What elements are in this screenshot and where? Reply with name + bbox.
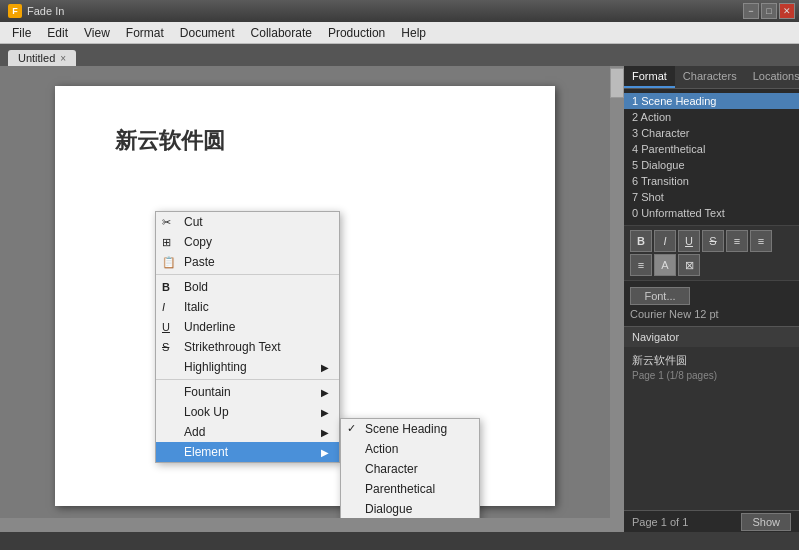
menu-production[interactable]: Production bbox=[320, 24, 393, 42]
menu-document[interactable]: Document bbox=[172, 24, 243, 42]
navigator-header: Navigator bbox=[624, 326, 799, 347]
italic-tool[interactable]: I bbox=[654, 230, 676, 252]
app-title: Fade In bbox=[27, 5, 64, 17]
page-content: 新云软件圆 bbox=[115, 126, 495, 156]
page-footer: Page 1 of 1 Show bbox=[624, 510, 799, 532]
element-parenthetical[interactable]: Parenthetical bbox=[341, 479, 479, 499]
document-tab[interactable]: Untitled × bbox=[8, 50, 76, 66]
format-shot[interactable]: 7 Shot bbox=[624, 189, 799, 205]
document-scroll[interactable]: 新云软件圆 ✂ Cut ⊞ Copy 📋 Paste bbox=[0, 66, 610, 518]
menu-bar: File Edit View Format Document Collabora… bbox=[0, 22, 799, 44]
lookup-arrow: ▶ bbox=[321, 407, 329, 418]
ctx-add[interactable]: Add ▶ bbox=[156, 422, 339, 442]
strikethrough-tool[interactable]: S bbox=[702, 230, 724, 252]
ctx-paste[interactable]: 📋 Paste bbox=[156, 252, 339, 272]
tab-characters[interactable]: Characters bbox=[675, 66, 745, 88]
vertical-scrollbar[interactable] bbox=[610, 66, 624, 518]
show-button[interactable]: Show bbox=[741, 513, 791, 531]
page-number: Page 1 of 1 bbox=[632, 516, 688, 528]
element-arrow: ▶ bbox=[321, 447, 329, 458]
tab-locations[interactable]: Locations bbox=[745, 66, 799, 88]
font-name: Courier New 12 pt bbox=[630, 308, 793, 320]
format-action[interactable]: 2 Action bbox=[624, 109, 799, 125]
navigator-scene: 新云软件圆 bbox=[632, 353, 791, 368]
ctx-highlighting[interactable]: Highlighting ▶ bbox=[156, 357, 339, 377]
bold-tool[interactable]: B bbox=[630, 230, 652, 252]
format-tabs: Format Characters Locations bbox=[624, 66, 799, 89]
maximize-button[interactable]: □ bbox=[761, 3, 777, 19]
italic-icon: I bbox=[162, 301, 165, 313]
navigator: Navigator 新云软件圆 Page 1 (1/8 pages) Page … bbox=[624, 326, 799, 532]
separator-2 bbox=[156, 379, 339, 380]
menu-edit[interactable]: Edit bbox=[39, 24, 76, 42]
window-controls: − □ ✕ bbox=[743, 3, 795, 19]
format-transition[interactable]: 6 Transition bbox=[624, 173, 799, 189]
add-arrow: ▶ bbox=[321, 427, 329, 438]
menu-view[interactable]: View bbox=[76, 24, 118, 42]
menu-format[interactable]: Format bbox=[118, 24, 172, 42]
ctx-italic[interactable]: I Italic bbox=[156, 297, 339, 317]
element-dialogue[interactable]: Dialogue bbox=[341, 499, 479, 518]
main-layout: 新云软件圆 ✂ Cut ⊞ Copy 📋 Paste bbox=[0, 66, 799, 532]
format-parenthetical[interactable]: 4 Parenthetical bbox=[624, 141, 799, 157]
fountain-arrow: ▶ bbox=[321, 387, 329, 398]
format-character[interactable]: 3 Character bbox=[624, 125, 799, 141]
align-right-tool[interactable]: ≡ bbox=[630, 254, 652, 276]
strikethrough-icon: S bbox=[162, 341, 169, 353]
separator-1 bbox=[156, 274, 339, 275]
tab-format[interactable]: Format bbox=[624, 66, 675, 88]
color-tool[interactable]: A bbox=[654, 254, 676, 276]
menu-file[interactable]: File bbox=[4, 24, 39, 42]
ctx-cut[interactable]: ✂ Cut bbox=[156, 212, 339, 232]
tab-bar: Untitled × bbox=[0, 44, 799, 66]
underline-icon: U bbox=[162, 321, 170, 333]
ctx-underline[interactable]: U Underline bbox=[156, 317, 339, 337]
align-center-tool[interactable]: ≡ bbox=[750, 230, 772, 252]
highlight-tool[interactable]: ⊠ bbox=[678, 254, 700, 276]
copy-icon: ⊞ bbox=[162, 236, 171, 249]
element-submenu: Scene Heading Action Character Parenthet… bbox=[340, 418, 480, 518]
context-menu: ✂ Cut ⊞ Copy 📋 Paste B Bold bbox=[155, 211, 340, 463]
ctx-lookup[interactable]: Look Up ▶ bbox=[156, 402, 339, 422]
right-panel: Format Characters Locations 1 Scene Head… bbox=[624, 66, 799, 532]
menu-collaborate[interactable]: Collaborate bbox=[243, 24, 320, 42]
format-scene-heading[interactable]: 1 Scene Heading bbox=[624, 93, 799, 109]
underline-tool[interactable]: U bbox=[678, 230, 700, 252]
highlighting-arrow: ▶ bbox=[321, 362, 329, 373]
tab-label: Untitled bbox=[18, 52, 55, 64]
font-section: Font... Courier New 12 pt bbox=[624, 280, 799, 326]
ctx-strikethrough[interactable]: S Strikethrough Text bbox=[156, 337, 339, 357]
element-scene-heading[interactable]: Scene Heading bbox=[341, 419, 479, 439]
app-icon: F bbox=[8, 4, 22, 18]
title-bar: F Fade In − □ ✕ bbox=[0, 0, 799, 22]
navigator-content: 新云软件圆 Page 1 (1/8 pages) bbox=[624, 347, 799, 510]
font-button[interactable]: Font... bbox=[630, 287, 690, 305]
ctx-element[interactable]: Element ▶ bbox=[156, 442, 339, 462]
align-left-tool[interactable]: ≡ bbox=[726, 230, 748, 252]
horizontal-scrollbar[interactable] bbox=[0, 518, 624, 532]
doc-scroll-wrapper: 新云软件圆 ✂ Cut ⊞ Copy 📋 Paste bbox=[0, 66, 624, 518]
document-area: 新云软件圆 ✂ Cut ⊞ Copy 📋 Paste bbox=[0, 66, 624, 532]
close-button[interactable]: ✕ bbox=[779, 3, 795, 19]
format-list: 1 Scene Heading 2 Action 3 Character 4 P… bbox=[624, 89, 799, 225]
format-panel: Format Characters Locations 1 Scene Head… bbox=[624, 66, 799, 326]
format-unformatted[interactable]: 0 Unformatted Text bbox=[624, 205, 799, 221]
ctx-bold[interactable]: B Bold bbox=[156, 277, 339, 297]
bold-icon: B bbox=[162, 281, 170, 293]
ctx-fountain[interactable]: Fountain ▶ bbox=[156, 382, 339, 402]
tab-close-button[interactable]: × bbox=[60, 53, 66, 64]
ctx-copy[interactable]: ⊞ Copy bbox=[156, 232, 339, 252]
paste-icon: 📋 bbox=[162, 256, 176, 269]
minimize-button[interactable]: − bbox=[743, 3, 759, 19]
cut-icon: ✂ bbox=[162, 216, 171, 229]
element-action[interactable]: Action bbox=[341, 439, 479, 459]
text-tools: B I U S ≡ ≡ ≡ A ⊠ bbox=[624, 225, 799, 280]
scrollbar-thumb[interactable] bbox=[610, 68, 624, 98]
navigator-page-info: Page 1 (1/8 pages) bbox=[632, 370, 791, 381]
menu-help[interactable]: Help bbox=[393, 24, 434, 42]
format-dialogue[interactable]: 5 Dialogue bbox=[624, 157, 799, 173]
element-character[interactable]: Character bbox=[341, 459, 479, 479]
